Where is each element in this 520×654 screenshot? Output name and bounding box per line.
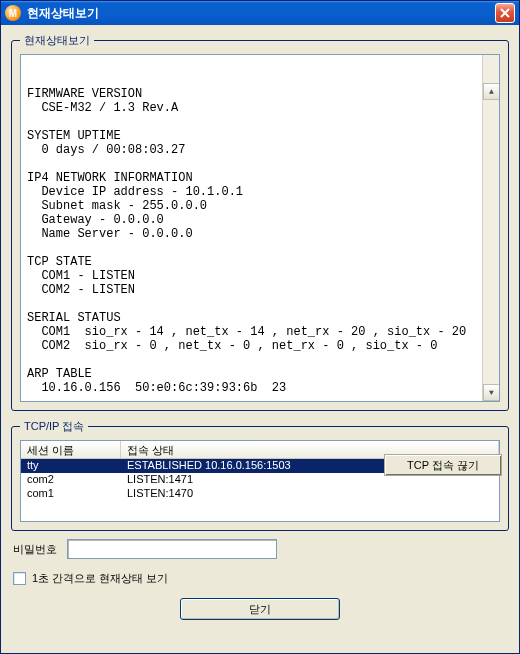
cell-session: com1: [21, 487, 121, 501]
header-session[interactable]: 세션 이름: [21, 441, 121, 458]
tcpip-group: TCP/IP 접속 세션 이름 접속 상태 ttyESTABLISHED 10.…: [11, 419, 509, 531]
tcpip-body: 세션 이름 접속 상태 ttyESTABLISHED 10.16.0.156:1…: [20, 440, 500, 522]
password-label: 비밀번호: [13, 542, 57, 557]
password-row: 비밀번호: [11, 539, 509, 559]
refresh-checkbox[interactable]: [13, 572, 26, 585]
refresh-label: 1초 간격으로 현재상태 보기: [32, 571, 168, 586]
button-row: 닫기: [11, 598, 509, 624]
scroll-up-button[interactable]: ▲: [483, 83, 500, 100]
vertical-scrollbar[interactable]: ▲ ▼: [482, 55, 499, 401]
window: M 현재상태보기 현재상태보기 FIRMWARE VERSION CSE-M32…: [0, 0, 520, 654]
app-icon: M: [5, 5, 21, 21]
cell-session: com2: [21, 473, 121, 487]
tcp-disconnect-button[interactable]: TCP 접속 끊기: [384, 454, 502, 476]
tcpip-table[interactable]: 세션 이름 접속 상태 ttyESTABLISHED 10.16.0.156:1…: [20, 440, 500, 522]
status-textbox[interactable]: FIRMWARE VERSION CSE-M32 / 1.3 Rev.A SYS…: [20, 54, 500, 402]
window-close-button[interactable]: [495, 3, 515, 23]
status-group: 현재상태보기 FIRMWARE VERSION CSE-M32 / 1.3 Re…: [11, 33, 509, 411]
window-title: 현재상태보기: [27, 5, 495, 22]
cell-state: LISTEN:1470: [121, 487, 499, 501]
titlebar: M 현재상태보기: [1, 1, 519, 25]
tcpip-legend: TCP/IP 접속: [20, 419, 88, 434]
status-text: FIRMWARE VERSION CSE-M32 / 1.3 Rev.A SYS…: [27, 87, 493, 395]
close-icon: [500, 8, 510, 18]
password-input[interactable]: [67, 539, 277, 559]
table-row[interactable]: com1LISTEN:1470: [21, 487, 499, 501]
scroll-down-button[interactable]: ▼: [483, 384, 500, 401]
refresh-row: 1초 간격으로 현재상태 보기: [11, 567, 509, 590]
cell-session: tty: [21, 459, 121, 473]
status-legend: 현재상태보기: [20, 33, 94, 48]
close-button[interactable]: 닫기: [180, 598, 340, 620]
content: 현재상태보기 FIRMWARE VERSION CSE-M32 / 1.3 Re…: [1, 25, 519, 653]
